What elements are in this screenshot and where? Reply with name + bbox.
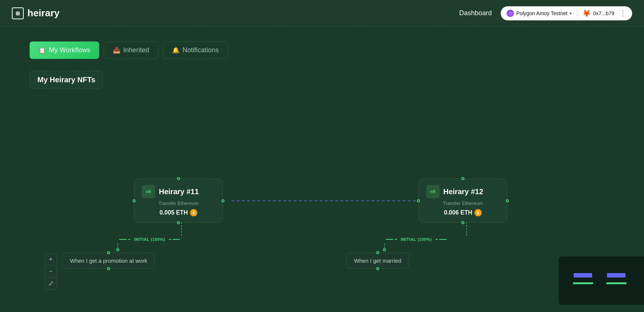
connector-trigger1-top xyxy=(107,251,110,254)
eth-coin-12: ₿ xyxy=(474,209,482,216)
connector-bottom-12 xyxy=(461,221,464,224)
header-right: Dashboard ⬡ Polygon Amoy Testnet ▾ 🦊 0x7… xyxy=(459,6,632,20)
dashboard-link[interactable]: Dashboard xyxy=(459,9,492,17)
logo: ⊞ heirary xyxy=(12,7,60,19)
connector-cond-bottom-1 xyxy=(116,248,119,251)
dash3-2 xyxy=(436,239,438,240)
mini-map-node-1 xyxy=(574,273,592,278)
connector-trigger2-top xyxy=(376,251,379,254)
nft-12-thumb-text: nft xyxy=(430,189,436,194)
nft-12-title: Heirary #12 xyxy=(443,187,483,196)
connector-left-11 xyxy=(133,199,136,202)
trigger-box-2[interactable]: When I get married xyxy=(346,253,409,269)
nft-11-title: Heirary #11 xyxy=(159,187,199,196)
connector-left-12 xyxy=(417,199,420,202)
zoom-in-button[interactable]: + xyxy=(45,254,57,266)
more-options-icon[interactable]: ⋮ xyxy=(620,9,626,17)
connector-trigger1-bottom xyxy=(107,267,110,270)
network-name: Polygon Amoy Testnet xyxy=(516,10,567,16)
chevron-down-icon: ▾ xyxy=(570,11,572,16)
nft-11-amount: 0.005 ETH ₿ xyxy=(142,209,215,216)
wallet-network: ⬡ Polygon Amoy Testnet ▾ xyxy=(507,10,572,17)
workflows-icon: 📋 xyxy=(39,47,46,54)
dash2-2 xyxy=(395,239,397,240)
wallet-pill[interactable]: ⬡ Polygon Amoy Testnet ▾ 🦊 0x7...b79 ⋮ xyxy=(501,6,632,20)
nft-node-12-header: nft Heirary #12 xyxy=(426,185,500,198)
nft-12-amount: 0.006 ETH ₿ xyxy=(426,209,500,216)
nft-12-thumbnail: nft xyxy=(426,185,440,198)
metamask-icon: 🦊 xyxy=(583,9,591,17)
connector-top-12 xyxy=(461,177,464,180)
tab-notifications-label: Notifications xyxy=(183,46,219,54)
connector-right-12 xyxy=(506,199,509,202)
nft-node-11-header: nft Heirary #11 xyxy=(142,185,215,198)
header: ⊞ heirary Dashboard ⬡ Polygon Amoy Testn… xyxy=(0,0,644,27)
dash-right-1 xyxy=(173,239,180,240)
mini-map-bar-1 xyxy=(573,282,593,284)
connector-cond-bottom-2 xyxy=(383,248,386,251)
tab-inherited[interactable]: 📥 Inherited xyxy=(104,42,159,59)
zoom-controls: + − ⤢ xyxy=(44,253,57,290)
section-title: My Heirary NFTs xyxy=(30,71,103,89)
tab-inherited-label: Inherited xyxy=(123,46,149,54)
nft-node-12[interactable]: nft Heirary #12 Transfer Ethereum 0.006 … xyxy=(418,179,507,223)
nft-11-thumb-text: nft xyxy=(146,189,151,194)
condition-1-text: INITIAL (100%) xyxy=(134,237,165,242)
tab-my-workflows[interactable]: 📋 My Workflows xyxy=(30,42,99,59)
main-content: 📋 My Workflows 📥 Inherited 🔔 Notificatio… xyxy=(0,27,644,312)
dash-right-2 xyxy=(439,239,447,240)
zoom-out-button[interactable]: − xyxy=(45,266,57,278)
nft-11-amount-text: 0.005 ETH xyxy=(160,209,188,216)
logo-icon: ⊞ xyxy=(12,7,24,19)
connector-top-11 xyxy=(177,177,180,180)
dash-left-2 xyxy=(386,239,393,240)
eth-coin-11: ₿ xyxy=(190,209,197,216)
dash2-1 xyxy=(128,239,130,240)
polygon-icon: ⬡ xyxy=(507,10,514,17)
mini-map-bar-2 xyxy=(606,282,627,284)
section-title-text: My Heirary NFTs xyxy=(37,76,95,84)
zoom-fit-button[interactable]: ⤢ xyxy=(45,278,57,289)
tab-notifications[interactable]: 🔔 Notifications xyxy=(163,42,228,59)
wallet-divider xyxy=(577,10,577,17)
mini-map-node-2 xyxy=(607,273,625,278)
connector-bottom-11 xyxy=(177,221,180,224)
nft-11-action: Transfer Ethereum xyxy=(142,200,215,206)
inherited-icon: 📥 xyxy=(113,47,120,54)
trigger-2-text: When I get married xyxy=(354,258,401,264)
dash3-1 xyxy=(169,239,171,240)
dash-left-1 xyxy=(119,239,127,240)
connections-svg xyxy=(0,93,644,312)
connector-trigger2-bottom xyxy=(376,267,379,270)
wallet-address-text: 0x7...b79 xyxy=(593,10,614,16)
trigger-1-text: When I get a promotion at work xyxy=(70,258,147,264)
nft-12-action: Transfer Ethereum xyxy=(426,200,500,206)
nft-node-11[interactable]: nft Heirary #11 Transfer Ethereum 0.005 … xyxy=(134,179,223,223)
tab-my-workflows-label: My Workflows xyxy=(49,46,90,54)
tab-bar: 📋 My Workflows 📥 Inherited 🔔 Notificatio… xyxy=(30,42,614,59)
logo-text: heirary xyxy=(27,7,60,19)
connector-right-11 xyxy=(221,199,224,202)
wallet-address: 🦊 0x7...b79 xyxy=(583,9,614,17)
condition-label-2: INITIAL (100%) xyxy=(386,237,447,242)
condition-label-1: INITIAL (100%) xyxy=(119,237,180,242)
mini-map xyxy=(559,256,644,305)
trigger-box-1[interactable]: When I get a promotion at work xyxy=(62,253,155,269)
condition-2-text: INITIAL (100%) xyxy=(401,237,432,242)
flow-canvas: nft Heirary #11 Transfer Ethereum 0.005 … xyxy=(0,93,644,312)
nft-11-thumbnail: nft xyxy=(142,185,155,198)
notifications-icon: 🔔 xyxy=(172,47,180,54)
nft-12-amount-text: 0.006 ETH xyxy=(444,209,472,216)
